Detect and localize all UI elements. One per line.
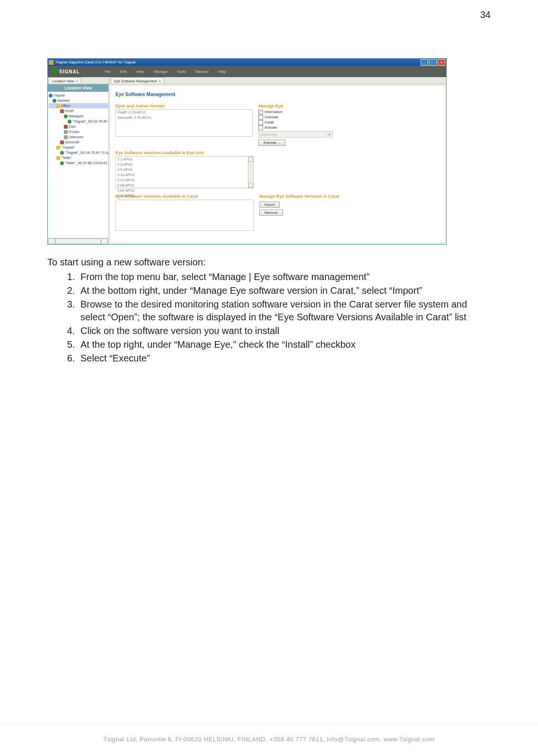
app-icon [49,60,53,65]
list-item[interactable]: 2.1-APU1 [116,157,253,162]
list-item[interactable]: 2.10-APU1 [116,172,253,177]
scroll-left-icon[interactable] [48,238,55,244]
tab-location-view-label: Location View [52,79,74,83]
instructions-block: To start using a new software version: F… [47,256,491,365]
eye-icon [60,141,64,144]
main-pane: Eye Software Management × Eye Software M… [109,77,446,244]
menu-view[interactable]: View [132,70,149,74]
list-item[interactable]: 2.3-APU1 [116,162,253,167]
menu-help[interactable]: Help [213,70,230,74]
menubar: SIGNAL File Edit View Manage Tools Windo… [48,66,446,77]
eyes-active-listbox[interactable]: FirstP: 2.70-APU1 SecondR: 2.70-APU1 [115,109,253,137]
menu-manage[interactable]: Manage [149,70,172,74]
sidebar-tabstrip: Location View × [48,77,108,84]
folder-icon [64,125,68,129]
list-item[interactable]: 2.70-APU1 [116,193,253,198]
instruction-step: Click on the software version you want t… [78,325,491,337]
building-icon [56,104,60,108]
content-panel: Eye Software Management Eyes and Active … [111,86,444,242]
close-icon[interactable]: × [159,79,160,83]
instruction-step: At the top right, under “Manage Eye,” ch… [78,338,491,351]
checkbox-activate[interactable] [258,125,263,130]
main-tabstrip: Eye Software Management × [109,77,446,84]
window-title: 7signal Sapphire Carat 214.7483647 for 7… [55,60,135,64]
close-button[interactable]: × [438,59,445,66]
tree-node[interactable]: Unknown [69,135,83,139]
tree-node[interactable]: Helsinki [57,98,70,103]
list-item[interactable]: FirstP: 2.70-APU1 [116,110,252,115]
folder-icon [64,135,68,139]
globe-icon [49,94,53,97]
select-eye-dropdown: Select Eye ▾ [258,131,333,138]
checkbox-information-label: Information [265,110,282,114]
ap-icon [60,151,64,155]
ap-icon [68,120,71,123]
tree-node[interactable]: Known [69,130,79,134]
folder-icon [56,156,60,160]
page-number: 34 [47,9,491,20]
brand: SIGNAL [48,66,100,77]
checkbox-information[interactable] [258,110,263,114]
list-item[interactable]: 2.11-APU1 [116,177,253,183]
instructions-lead: To start using a new software version: [47,256,491,269]
scroll-right-icon[interactable] [101,238,108,244]
tab-eye-software[interactable]: Eye Software Management × [111,77,164,84]
import-button[interactable]: Import [259,202,280,208]
tree-node[interactable]: FirstP [65,109,74,113]
instruction-step: Select “Execute” [78,352,491,365]
tree-node-selected[interactable]: Office [61,104,70,108]
tree-node[interactable]: 7signal [53,93,65,97]
list-item[interactable]: SecondR: 2.70-APU1 [116,115,252,120]
scroll-track[interactable] [55,238,101,244]
execute-button[interactable]: Execute ... [258,140,285,146]
menu-window[interactable]: Window [191,70,213,74]
tree-node[interactable]: "7signal"_00:1A:70:4F:71 [72,119,108,123]
location-tree[interactable]: 7signal Helsinki Office FirstP Managed "… [48,92,108,238]
tree-node[interactable]: SecondR [65,140,79,144]
eye-icon [60,109,64,113]
checkbox-install[interactable] [258,120,263,125]
minimize-button[interactable]: _ [421,59,428,66]
maximize-button[interactable]: □ [429,59,437,66]
tab-location-view[interactable]: Location View × [49,77,81,84]
brand-icon [51,68,57,75]
sidebar-scroll-h[interactable] [48,238,108,244]
tree-node[interactable]: "7signal"_00:1A:70:4F:71:0A [65,150,108,155]
tree-node[interactable]: "7signal" [61,145,75,149]
menu-file[interactable]: File [100,70,115,74]
tree-node[interactable]: Managed [69,114,83,118]
scroll-down-icon[interactable] [248,183,253,188]
scrollbar-vertical[interactable] [248,157,253,188]
checkbox-activate-label: Activate [265,125,277,130]
window-titlebar: 7signal Sapphire Carat 214.7483647 for 7… [48,59,446,66]
section-eyes-active: Eyes and Active Version [115,104,253,108]
page-footer: 7signal Ltd, Panuntie 6, FI-00620 HELSIN… [0,724,538,756]
brand-label: SIGNAL [59,69,80,74]
folder-icon [56,146,60,149]
tree-node[interactable]: Own [69,124,76,129]
page-title: Eye Software Management [115,92,440,97]
chevron-down-icon: ▾ [326,132,332,137]
list-item[interactable]: 2.60-APU1 [116,183,253,188]
list-item[interactable]: 2.61-APU1 [116,188,253,193]
versions-eye-unit-listbox[interactable]: 2.1-APU1 2.3-APU1 2.5-APU1 2.10-APU1 2.1… [115,156,254,188]
scroll-up-icon[interactable] [248,157,253,162]
globe-icon [53,99,56,103]
section-manage-eye: Manage Eye [258,104,440,108]
versions-carat-listbox[interactable] [115,200,254,231]
menu-tools[interactable]: Tools [172,70,191,74]
tree-node[interactable]: "Teller"_00:1F:9E:C0:63:61 [65,161,107,165]
remove-button[interactable]: Remove [259,210,283,216]
close-icon[interactable]: × [76,79,78,83]
tree-node[interactable]: "Teller" [61,156,72,160]
menu-edit[interactable]: Edit [115,70,132,74]
sidebar-header: Location View [48,84,108,92]
list-item[interactable]: 2.5-APU1 [116,167,253,172]
checkbox-uninstall[interactable] [258,115,263,120]
app-screenshot: 7signal Sapphire Carat 214.7483647 for 7… [47,58,447,245]
section-manage-versions-carat: Manage Eye Software Versions in Carat [259,194,440,199]
section-versions-eye-unit: Eye Software Versions Available in Eye U… [115,150,440,155]
ap-icon [60,161,64,165]
sidebar: Location View × Location View 7signal He… [48,77,109,244]
instruction-step: Browse to the desired monitoring station… [78,298,491,324]
